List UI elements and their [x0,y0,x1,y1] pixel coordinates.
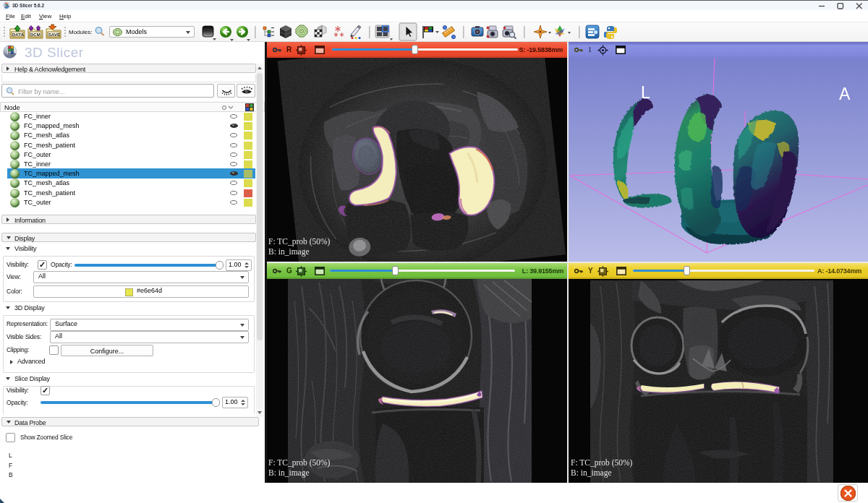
svg-text:DCM: DCM [30,33,41,37]
svg-text:L: L [641,83,650,102]
svg-text:SAVE: SAVE [48,33,60,37]
svg-text:A: A [839,85,851,103]
svg-text:DATA: DATA [12,33,24,37]
